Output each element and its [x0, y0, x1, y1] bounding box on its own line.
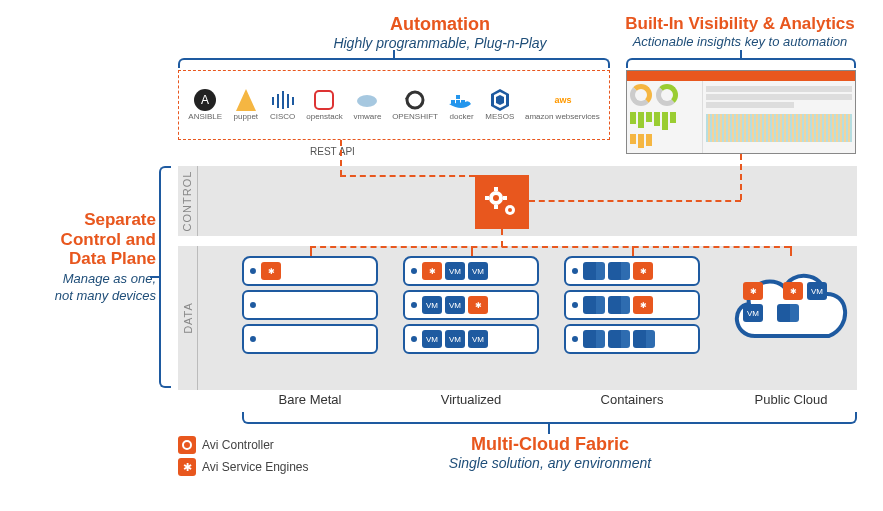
partner-docker: docker: [449, 89, 475, 122]
env-public-cloud: ✱✱ VMVM: [725, 256, 857, 356]
connector: [501, 229, 503, 247]
svg-text:aws: aws: [555, 95, 572, 105]
partner-cisco: CISCO: [270, 89, 296, 122]
connector: [529, 200, 741, 202]
service-engine-icon: ✱: [178, 458, 196, 476]
multicloud-heading: Multi-Cloud Fabric Single solution, any …: [380, 434, 720, 471]
multicloud-subtitle: Single solution, any environment: [380, 455, 720, 471]
svg-point-9: [357, 95, 377, 107]
gear-icon: [178, 436, 196, 454]
server-row: ✱VMVM: [403, 256, 539, 286]
partner-aws: awsamazon webservices: [525, 89, 600, 122]
automation-bracket: [178, 58, 610, 68]
server-row: [242, 324, 378, 354]
separate-planes-heading: Separate Control and Data Plane Manage a…: [6, 210, 156, 303]
separate-line2: Control and: [6, 230, 156, 250]
connector: [471, 246, 473, 256]
partner-ansible: AANSIBLE: [188, 89, 222, 122]
env-label-public-cloud: Public Cloud: [725, 392, 857, 407]
svg-marker-2: [236, 89, 256, 111]
env-bare-metal: ✱: [242, 256, 378, 354]
env-label-bare-metal: Bare Metal: [242, 392, 378, 407]
svg-point-26: [508, 208, 512, 212]
automation-title: Automation: [290, 14, 590, 35]
connector: [310, 246, 312, 256]
server-row: ✱: [242, 256, 378, 286]
legend-service-engine: ✱ Avi Service Engines: [178, 458, 309, 476]
server-row: [564, 324, 700, 354]
separate-sub1: Manage as one,: [6, 271, 156, 286]
automation-partner-box: AANSIBLE puppet CISCO openstack vmware O…: [178, 70, 610, 140]
svg-marker-17: [496, 95, 504, 105]
avi-controller-icon: [475, 175, 529, 229]
left-bracket: [159, 166, 171, 388]
env-containers: ✱ ✱: [564, 256, 700, 354]
legend-controller: Avi Controller: [178, 436, 309, 454]
visibility-bracket: [626, 58, 856, 68]
visibility-title: Built-In Visibility & Analytics: [610, 14, 870, 34]
multicloud-bracket: [242, 412, 857, 424]
svg-rect-21: [494, 187, 498, 191]
partner-vmware: vmware: [353, 89, 381, 122]
partner-openshift: OPENSHIFT: [392, 89, 438, 122]
data-plane-label: DATA: [178, 246, 198, 390]
connector: [632, 246, 634, 256]
connector: [740, 154, 742, 200]
separate-line3: Data Plane: [6, 249, 156, 269]
svg-rect-14: [456, 95, 460, 99]
partner-puppet: puppet: [233, 89, 259, 122]
svg-point-27: [183, 441, 191, 449]
svg-rect-24: [503, 196, 507, 200]
server-row: ✱: [564, 290, 700, 320]
partner-mesos: MESOS: [485, 89, 514, 122]
env-label-virtualized: Virtualized: [403, 392, 539, 407]
partner-openstack: openstack: [306, 89, 342, 122]
connector: [310, 246, 790, 248]
svg-rect-23: [485, 196, 489, 200]
env-virtualized: ✱VMVM VMVM✱ VMVMVM: [403, 256, 539, 354]
svg-text:A: A: [201, 93, 209, 107]
env-label-containers: Containers: [564, 392, 700, 407]
svg-rect-22: [494, 205, 498, 209]
connector: [340, 175, 475, 177]
separate-sub2: not many devices: [6, 288, 156, 303]
service-engine-icon: ✱: [261, 262, 281, 280]
visibility-subtitle: Actionable insights key to automation: [610, 34, 870, 49]
rest-api-label: REST API: [310, 146, 355, 157]
server-row: VMVMVM: [403, 324, 539, 354]
analytics-dashboard-preview: [626, 70, 856, 154]
automation-subtitle: Highly programmable, Plug-n-Play: [290, 35, 590, 51]
automation-heading: Automation Highly programmable, Plug-n-P…: [290, 14, 590, 51]
svg-rect-8: [315, 91, 333, 109]
control-plane-label: CONTROL: [178, 166, 198, 236]
bracket-stem: [548, 424, 550, 434]
multicloud-title: Multi-Cloud Fabric: [380, 434, 720, 455]
legend: Avi Controller ✱ Avi Service Engines: [178, 436, 309, 480]
visibility-heading: Built-In Visibility & Analytics Actionab…: [610, 14, 870, 49]
connector: [790, 246, 792, 256]
server-row: VMVM✱: [403, 290, 539, 320]
separate-line1: Separate: [6, 210, 156, 230]
connector: [340, 140, 342, 176]
server-row: [242, 290, 378, 320]
server-row: ✱: [564, 256, 700, 286]
svg-point-20: [493, 195, 499, 201]
